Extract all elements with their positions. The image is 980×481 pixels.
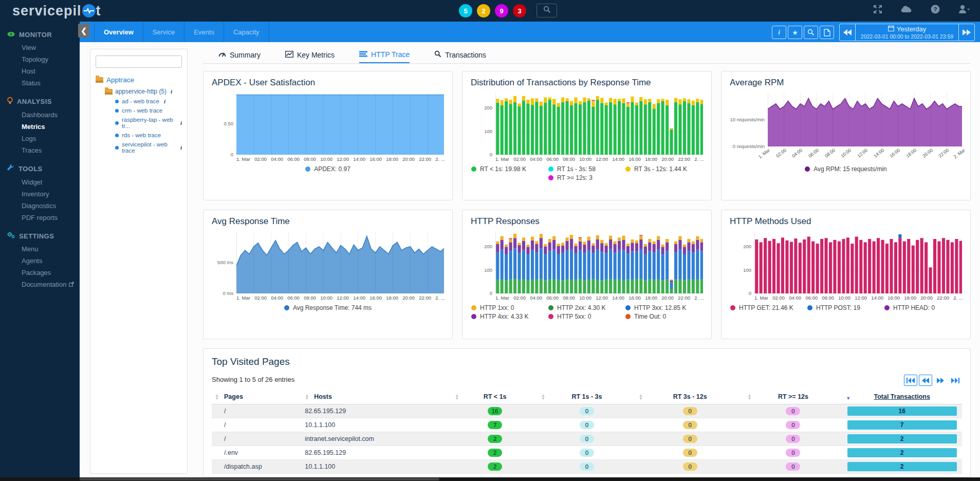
alert-badge[interactable]: 9 bbox=[495, 4, 508, 17]
sidebar-item-documentation[interactable]: Documentation bbox=[0, 279, 80, 290]
legend-item[interactable]: Time Out: 0 bbox=[625, 313, 702, 320]
legend-item[interactable]: HTTP 2xx: 4.30 K bbox=[548, 304, 625, 311]
top-search-button[interactable] bbox=[537, 4, 557, 17]
pdf-export-button[interactable] bbox=[820, 26, 834, 39]
servicepilot-logo[interactable]: servicepilt bbox=[12, 3, 101, 19]
alert-badge[interactable]: 2 bbox=[477, 4, 490, 17]
sidebar-item-metrics[interactable]: Metrics bbox=[0, 121, 80, 133]
legend-item[interactable]: APDEX: 0.97 bbox=[305, 165, 350, 173]
legend-item[interactable]: HTTP GET: 21.46 K bbox=[730, 304, 807, 311]
legend-label: RT 1s - 3s: 58 bbox=[557, 165, 596, 173]
legend-item[interactable]: HTTP POST: 19 bbox=[807, 304, 884, 311]
legend-item[interactable]: HTTP 4xx: 4.33 K bbox=[471, 313, 548, 320]
legend-item[interactable]: RT < 1s: 19.98 K bbox=[471, 165, 548, 173]
sidebar-item-dashboards[interactable]: Dashboards bbox=[0, 109, 80, 121]
favorite-button[interactable]: ★ bbox=[788, 26, 802, 39]
subtab-summary[interactable]: Summary bbox=[218, 46, 261, 63]
legend-item[interactable]: RT 1s - 3s: 58 bbox=[548, 165, 625, 173]
column-header-rt-1s-3s[interactable]: ▲▼RT 1s - 3s bbox=[538, 390, 636, 404]
legend-item[interactable]: HTTP 5xx: 0 bbox=[548, 313, 625, 320]
subtab-transactions[interactable]: Transactions bbox=[434, 46, 486, 63]
next-period-button[interactable] bbox=[958, 24, 975, 41]
collapse-sidebar-button[interactable]: ❮ bbox=[78, 24, 89, 38]
previous-period-button[interactable] bbox=[839, 24, 856, 41]
sidebar-item-widget[interactable]: Widget bbox=[0, 176, 80, 188]
legend-item[interactable]: Avg Response Time: 744 ms bbox=[284, 304, 372, 311]
tree-node-apptrace[interactable]: Apptrace bbox=[96, 76, 182, 84]
sidebar-item-traces[interactable]: Traces bbox=[0, 144, 80, 156]
column-header-hosts[interactable]: ▲▼Hosts bbox=[302, 390, 452, 404]
horizontal-scrollbar[interactable] bbox=[0, 477, 980, 481]
tab-overview[interactable]: Overview bbox=[94, 22, 143, 42]
sidebar-section-analysis[interactable]: ANALYSIS bbox=[0, 94, 80, 109]
period-selector[interactable]: Yesterday 2022-03-01 00:00 to 2022-03-01… bbox=[856, 24, 958, 41]
scrollbar-thumb[interactable] bbox=[80, 478, 439, 480]
info-icon[interactable]: i bbox=[180, 120, 182, 126]
legend-item[interactable]: RT >= 12s: 3 bbox=[548, 174, 625, 181]
sidebar-item-logs[interactable]: Logs bbox=[0, 133, 80, 144]
search-button[interactable] bbox=[804, 26, 818, 39]
table-row[interactable]: /dispatch.asp10.1.1.10020002 bbox=[212, 460, 962, 474]
legend-item[interactable]: HTTP 1xx: 0 bbox=[471, 304, 548, 311]
previous-page-button[interactable] bbox=[919, 375, 932, 386]
sidebar-section-tools[interactable]: TOOLS bbox=[0, 161, 80, 176]
column-header-rt-1s[interactable]: ▲▼RT < 1s bbox=[452, 390, 538, 404]
table-row[interactable]: /.env82.65.195.12920002 bbox=[212, 446, 962, 460]
tree-node-rds[interactable]: rds - web trace bbox=[115, 132, 182, 138]
tree-node-ad[interactable]: ad - web tracei bbox=[115, 98, 182, 104]
column-header-total-transactions[interactable]: ▼Total Transactions bbox=[842, 390, 962, 404]
table-row[interactable]: /10.1.1.10070007 bbox=[212, 418, 962, 432]
x-tick-label: 2. ... bbox=[435, 156, 445, 162]
table-row[interactable]: /82.65.195.1291600016 bbox=[212, 404, 962, 418]
next-page-button[interactable] bbox=[934, 375, 947, 386]
sidebar-item-agents[interactable]: Agents bbox=[0, 255, 80, 267]
chart-title: HTTP Methods Used bbox=[730, 216, 962, 227]
info-icon[interactable]: i bbox=[164, 98, 165, 104]
alert-badge[interactable]: 3 bbox=[513, 4, 526, 17]
fullscreen-icon[interactable] bbox=[871, 4, 884, 16]
alert-badge[interactable]: 5 bbox=[459, 4, 472, 17]
chart-title: Avg Response Time bbox=[212, 216, 444, 227]
last-page-button[interactable] bbox=[949, 375, 962, 386]
legend-item[interactable]: Avg RPM: 15 requests/min bbox=[805, 165, 887, 173]
user-menu-icon[interactable] bbox=[957, 4, 971, 16]
table-row[interactable]: /intranet.servicepilot.com20002 bbox=[212, 432, 962, 446]
sidebar-item-diagnostics[interactable]: Diagnostics bbox=[0, 200, 80, 212]
tree-search-input[interactable] bbox=[96, 55, 182, 68]
sidebar-item-menu[interactable]: Menu bbox=[0, 243, 80, 255]
sidebar-item-view[interactable]: View bbox=[0, 42, 80, 53]
tab-service[interactable]: Service bbox=[143, 22, 184, 42]
sidebar-section-settings[interactable]: SETTINGS bbox=[0, 229, 80, 243]
x-tick-label: 08:00 bbox=[304, 295, 316, 301]
cloud-icon[interactable] bbox=[900, 5, 913, 16]
tab-events[interactable]: Events bbox=[184, 22, 224, 42]
sidebar-item-status[interactable]: Status bbox=[0, 77, 80, 89]
legend-item[interactable]: HTTP HEAD: 0 bbox=[884, 304, 961, 311]
info-icon[interactable]: i bbox=[171, 88, 172, 95]
column-header-rt-12s[interactable]: ▲▼RT >= 12s bbox=[745, 390, 842, 404]
sidebar-item-host[interactable]: Host bbox=[0, 65, 80, 77]
chart-card-distribution: Distribution of Transactions by Response… bbox=[462, 71, 712, 200]
sort-icon: ▲▼ bbox=[748, 394, 752, 400]
subtab-key-metrics[interactable]: Key Metrics bbox=[285, 46, 335, 63]
subtab-http-trace[interactable]: HTTP Trace bbox=[359, 46, 410, 63]
sidebar-item-packages[interactable]: Packages bbox=[0, 267, 80, 279]
sidebar-section-monitor[interactable]: MONITOR bbox=[0, 28, 80, 42]
first-page-button[interactable] bbox=[904, 375, 917, 386]
tab-capacity[interactable]: Capacity bbox=[224, 22, 269, 42]
help-icon[interactable]: ? bbox=[929, 4, 942, 16]
tree-node-appservice-http[interactable]: appservice-http (5)i bbox=[105, 88, 182, 95]
info-button[interactable]: i bbox=[772, 26, 786, 39]
sidebar-item-pdf-reports[interactable]: PDF reports bbox=[0, 212, 80, 224]
tree-node-crm[interactable]: crm - web trace bbox=[115, 107, 182, 114]
sidebar-item-inventory[interactable]: Inventory bbox=[0, 188, 80, 200]
column-header-rt-3s-12s[interactable]: ▲▼RT 3s - 12s bbox=[636, 390, 745, 404]
table-title: Top Visited Pages bbox=[212, 356, 962, 367]
info-icon[interactable]: i bbox=[180, 144, 182, 151]
tree-node-raspberry-tap[interactable]: raspberry-tap - web tr...i bbox=[115, 117, 182, 129]
sidebar-item-topology[interactable]: Topology bbox=[0, 53, 80, 65]
column-header-pages[interactable]: ▲▼Pages bbox=[212, 390, 302, 404]
tree-node-servicepilot[interactable]: servicepilot - web tracei bbox=[115, 141, 182, 154]
legend-item[interactable]: RT 3s - 12s: 1.44 K bbox=[625, 165, 702, 173]
legend-item[interactable]: HTTP 3xx: 12.85 K bbox=[625, 304, 702, 311]
